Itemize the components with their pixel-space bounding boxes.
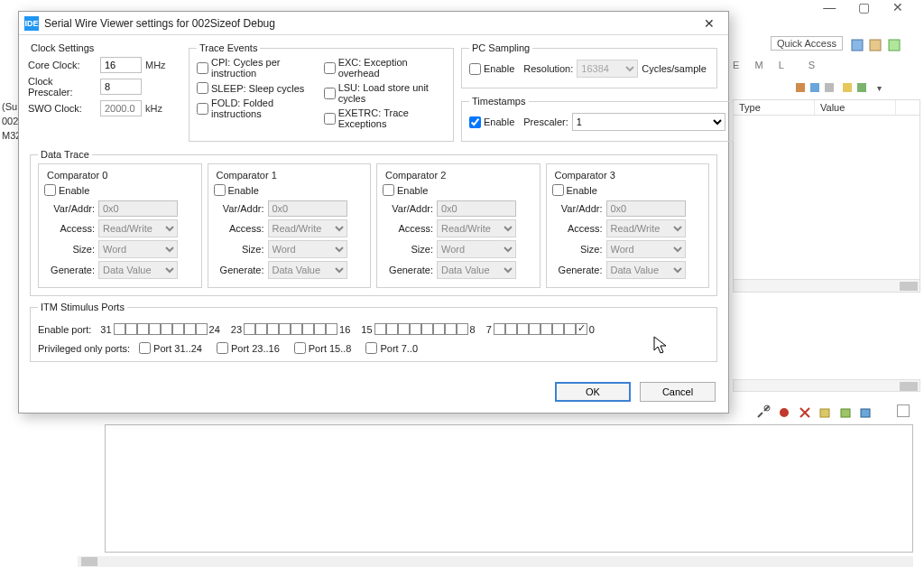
itm-ports-title: ITM Stimulus Ports	[38, 302, 127, 312]
cancel-button[interactable]: Cancel	[640, 382, 716, 402]
svg-point-10	[780, 408, 789, 417]
bg-variables-view: Type Value	[733, 99, 920, 293]
pc-enable-checkbox[interactable]: Enable	[469, 63, 514, 75]
svg-rect-0	[852, 40, 863, 51]
comp1-varaddr	[268, 200, 347, 217]
svg-rect-4	[810, 83, 819, 92]
svg-rect-2	[889, 40, 900, 51]
swo-clock-input	[100, 100, 142, 116]
lsu-checkbox[interactable]: LSU: Load store unit cycles	[324, 82, 440, 104]
swv-settings-dialog: IDE Serial Wire Viewer settings for 002S…	[18, 11, 729, 414]
comparator-1: Comparator 1 Enable Var/Addr: Access:Rea…	[208, 163, 372, 288]
svg-text:▾: ▾	[877, 83, 882, 93]
svg-rect-1	[870, 40, 881, 51]
comp0-enable[interactable]: Enable	[44, 184, 89, 196]
ide-close-icon[interactable]: ✕	[882, 0, 913, 14]
privileged-ports-label: Privileged only ports:	[38, 343, 130, 354]
import-icon[interactable]	[859, 406, 872, 419]
trace-events-group: Trace Events CPI: Cycles per instruction…	[189, 42, 454, 142]
enable-port-label: Enable port:	[38, 324, 91, 335]
comp0-access: Read/Write	[98, 219, 178, 237]
bg-lower-toolbar[interactable]	[756, 404, 875, 421]
comp3-generate: Data Value	[606, 261, 686, 279]
comp3-enable[interactable]: Enable	[552, 184, 597, 196]
ports-23-16[interactable]: 23 16	[229, 323, 353, 335]
record-icon[interactable]	[778, 406, 790, 419]
pc-resolution-label: Resolution:	[523, 63, 573, 74]
ts-prescaler-select[interactable]: 1	[572, 113, 725, 131]
clock-group-title: Clock Settings	[28, 42, 183, 53]
svg-rect-3	[796, 83, 805, 92]
comp1-access: Read/Write	[268, 219, 347, 237]
svg-rect-5	[825, 83, 834, 92]
bg-editor-hscroll[interactable]	[78, 556, 913, 567]
svg-rect-11	[820, 409, 829, 417]
svg-rect-13	[861, 409, 870, 417]
comp0-varaddr	[98, 200, 178, 217]
ports-15-8[interactable]: 15 8	[359, 323, 476, 335]
comp3-access: Read/Write	[606, 219, 686, 237]
exc-checkbox[interactable]: EXC: Exception overhead	[324, 57, 440, 79]
data-trace-title: Data Trace	[38, 149, 92, 160]
svg-rect-6	[843, 83, 852, 92]
core-clock-input[interactable]	[100, 57, 142, 73]
exetrc-checkbox[interactable]: EXETRC: Trace Exceptions	[324, 107, 440, 129]
perspective-icons[interactable]	[850, 36, 913, 52]
fold-checkbox[interactable]: FOLD: Folded instructions	[197, 98, 310, 119]
svg-rect-7	[857, 83, 866, 92]
dialog-titlebar: IDE Serial Wire Viewer settings for 002S…	[19, 12, 728, 35]
swo-clock-unit: kHz	[145, 103, 162, 114]
comparator-3: Comparator 3 Enable Var/Addr: Access:Rea…	[546, 163, 710, 288]
quick-access-button[interactable]: Quick Access	[771, 36, 843, 51]
comp2-generate: Data Value	[437, 261, 516, 279]
tools-icon[interactable]	[756, 404, 771, 419]
priv-7-0[interactable]: Port 7..0	[365, 342, 418, 354]
priv-15-8[interactable]: Port 15..8	[294, 342, 352, 354]
ide-minimize-icon[interactable]: —	[814, 0, 845, 14]
comp2-varaddr	[437, 200, 516, 217]
export-icon[interactable]	[839, 406, 852, 419]
ports-31-24[interactable]: 31 24	[98, 323, 222, 335]
delete-icon[interactable]	[799, 406, 811, 419]
sleep-checkbox[interactable]: SLEEP: Sleep cycles	[197, 82, 310, 94]
priv-23-16[interactable]: Port 23..16	[217, 342, 280, 354]
core-clock-unit: MHz	[145, 60, 166, 70]
bg-toolbar-text: E M L S	[733, 60, 817, 70]
col-value[interactable]: Value	[815, 100, 896, 115]
swo-clock-label: SWO Clock:	[28, 103, 100, 114]
comp1-enable[interactable]: Enable	[214, 184, 259, 196]
bg-console-panel	[105, 424, 913, 553]
pc-sampling-title: PC Sampling	[469, 42, 532, 53]
comp2-enable[interactable]: Enable	[383, 184, 428, 196]
clock-prescaler-label: Clock Prescaler:	[28, 76, 100, 98]
trace-events-title: Trace Events	[197, 42, 260, 53]
ts-prescaler-label: Prescaler:	[523, 116, 568, 127]
comp3-size: Word	[606, 240, 686, 258]
core-clock-label: Core Clock:	[28, 60, 100, 70]
comparator-0: Comparator 0 Enable Var/Addr: Access:Rea…	[38, 163, 202, 288]
bg-toolbar-icons[interactable]: ▾	[794, 81, 893, 98]
svg-rect-12	[841, 409, 850, 417]
pc-resolution-unit: Cycles/sample	[642, 63, 707, 74]
ok-button[interactable]: OK	[555, 382, 631, 402]
save-lock-icon[interactable]	[818, 406, 831, 419]
itm-ports-group: ITM Stimulus Ports Enable port: 31 24 23…	[30, 302, 717, 362]
priv-31-24[interactable]: Port 31..24	[139, 342, 202, 354]
ts-enable-checkbox[interactable]: Enable	[469, 116, 514, 128]
port-0-checkbox[interactable]	[576, 323, 587, 335]
dialog-close-icon[interactable]: ✕	[696, 16, 723, 31]
ide-maximize-icon[interactable]: ▢	[848, 0, 879, 14]
bg-panel-toggle[interactable]	[897, 404, 910, 417]
pc-resolution-select: 16384	[577, 60, 638, 78]
cpi-checkbox[interactable]: CPI: Cycles per instruction	[197, 57, 310, 79]
comp1-size: Word	[268, 240, 347, 258]
comparator-2: Comparator 2 Enable Var/Addr: Access:Rea…	[376, 163, 541, 288]
app-icon: IDE	[24, 16, 39, 31]
comp0-size: Word	[98, 240, 178, 258]
col-type[interactable]: Type	[734, 100, 815, 115]
clock-prescaler-input[interactable]	[100, 79, 142, 95]
comp0-generate: Data Value	[98, 261, 178, 279]
dialog-title: Serial Wire Viewer settings for 002Sizeo…	[44, 17, 696, 30]
ports-7-0[interactable]: 7 0	[485, 323, 596, 335]
ide-window-controls: — ▢ ✕	[814, 0, 913, 14]
